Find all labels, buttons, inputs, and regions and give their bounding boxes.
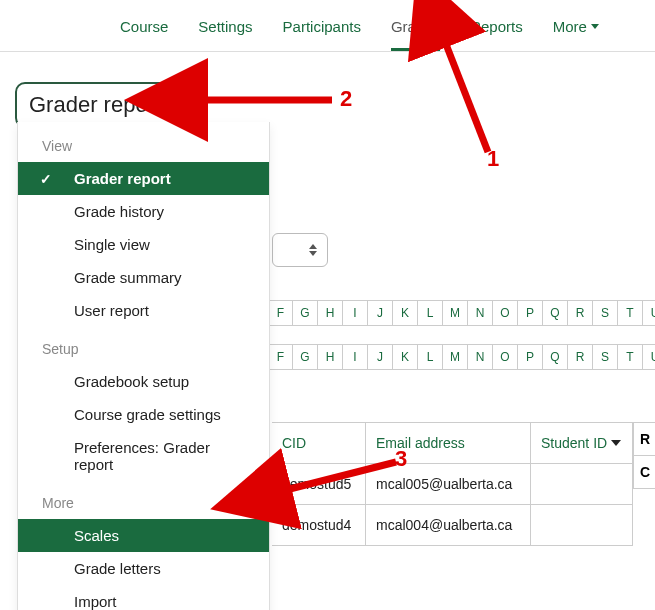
alpha-cell[interactable]: O [493, 344, 518, 370]
header-ccid[interactable]: CID [272, 423, 366, 463]
header-c: C [634, 456, 655, 489]
alpha-cell[interactable]: O [493, 300, 518, 326]
dropdown-item-gradebook-setup[interactable]: Gradebook setup [18, 365, 269, 398]
table-header-row: CID Email address Student ID [272, 423, 633, 464]
annotation-label-1: 1 [487, 146, 499, 172]
alpha-cell[interactable]: H [318, 344, 343, 370]
alpha-cell[interactable]: U [643, 344, 655, 370]
alpha-cell[interactable]: S [593, 344, 618, 370]
check-icon: ✓ [40, 171, 52, 187]
dropdown-item-import[interactable]: Import [18, 585, 269, 610]
alpha-cell[interactable]: S [593, 300, 618, 326]
alpha-cell[interactable]: P [518, 344, 543, 370]
lastname-filter-row: F G H I J K L M N O P Q R S T U [268, 344, 655, 370]
dropdown-item-course-grade-settings[interactable]: Course grade settings [18, 398, 269, 431]
alpha-cell[interactable]: G [293, 344, 318, 370]
dropdown-item-grade-letters[interactable]: Grade letters [18, 552, 269, 585]
alpha-cell[interactable]: Q [543, 300, 568, 326]
header-email[interactable]: Email address [366, 423, 531, 463]
alpha-cell[interactable]: K [393, 344, 418, 370]
dropdown-group-more: More [18, 481, 269, 519]
alpha-cell[interactable]: J [368, 344, 393, 370]
alpha-cell[interactable]: N [468, 300, 493, 326]
alpha-cell[interactable]: F [268, 344, 293, 370]
table-row: demostud4 mcal004@ualberta.ca [272, 505, 633, 546]
alpha-cell[interactable]: M [443, 344, 468, 370]
alpha-cell[interactable]: T [618, 344, 643, 370]
report-selector-label: Grader report [29, 92, 161, 118]
nav-grades[interactable]: Grades [391, 18, 440, 35]
dropdown-item-grade-summary[interactable]: Grade summary [18, 261, 269, 294]
nav-course[interactable]: Course [120, 18, 168, 35]
firstname-filter-row: F G H I J K L M N O P Q R S T U [268, 300, 655, 326]
alpha-cell[interactable]: L [418, 300, 443, 326]
alpha-cell[interactable]: P [518, 300, 543, 326]
alpha-cell[interactable]: J [368, 300, 393, 326]
cell-student-id [531, 505, 633, 545]
dropdown-item-grader-report[interactable]: ✓ Grader report [18, 162, 269, 195]
alpha-cell[interactable]: I [343, 300, 368, 326]
dropdown-group-setup: Setup [18, 327, 269, 365]
alpha-cell[interactable]: N [468, 344, 493, 370]
cell-email: mcal004@ualberta.ca [366, 505, 531, 545]
sort-arrows-icon [309, 244, 317, 256]
cell-student-id [531, 464, 633, 504]
nav-settings[interactable]: Settings [198, 18, 252, 35]
alpha-cell[interactable]: Q [543, 344, 568, 370]
chevron-down-icon [591, 24, 599, 29]
alpha-cell[interactable]: G [293, 300, 318, 326]
dropdown-item-grade-history[interactable]: Grade history [18, 195, 269, 228]
alpha-cell[interactable]: T [618, 300, 643, 326]
alpha-cell[interactable]: I [343, 344, 368, 370]
top-nav: Course Settings Participants Grades Repo… [0, 0, 655, 52]
nav-reports[interactable]: Reports [470, 18, 523, 35]
cell-email: mcal005@ualberta.ca [366, 464, 531, 504]
header-r: R [634, 423, 655, 456]
nav-participants[interactable]: Participants [283, 18, 361, 35]
nav-more-label: More [553, 18, 587, 35]
chevron-down-icon [167, 102, 177, 108]
cell-ccid: demostud5 [272, 464, 366, 504]
alpha-cell[interactable]: M [443, 300, 468, 326]
right-column-headers: R C [633, 422, 655, 489]
sort-select[interactable] [272, 233, 328, 267]
alpha-cell[interactable]: R [568, 344, 593, 370]
grades-table: CID Email address Student ID demostud5 m… [272, 422, 633, 546]
dropdown-item-scales[interactable]: Scales [18, 519, 269, 552]
alpha-cell[interactable]: U [643, 300, 655, 326]
dropdown-item-preferences[interactable]: Preferences: Grader report [18, 431, 269, 481]
nav-more[interactable]: More [553, 18, 599, 35]
sort-desc-icon [611, 440, 621, 446]
report-dropdown: View ✓ Grader report Grade history Singl… [17, 122, 270, 610]
alpha-cell[interactable]: F [268, 300, 293, 326]
alpha-cell[interactable]: H [318, 300, 343, 326]
alpha-cell[interactable]: K [393, 300, 418, 326]
dropdown-group-view: View [18, 128, 269, 162]
alpha-cell[interactable]: R [568, 300, 593, 326]
cell-ccid: demostud4 [272, 505, 366, 545]
alpha-cell[interactable]: L [418, 344, 443, 370]
table-row: demostud5 mcal005@ualberta.ca [272, 464, 633, 505]
dropdown-item-single-view[interactable]: Single view [18, 228, 269, 261]
header-student-id[interactable]: Student ID [531, 423, 633, 463]
dropdown-item-user-report[interactable]: User report [18, 294, 269, 327]
